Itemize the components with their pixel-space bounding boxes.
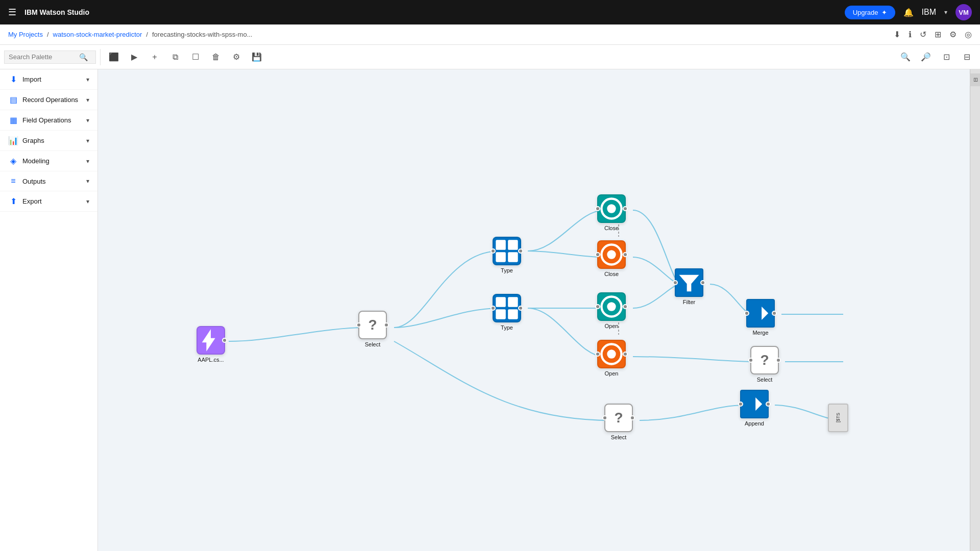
search-input[interactable] (9, 53, 75, 61)
zoom-out-button[interactable]: 🔎 (917, 48, 935, 66)
sidebar-item-modeling[interactable]: ◈ Modeling ▾ (0, 151, 97, 171)
ibm-label: IBM (922, 8, 936, 17)
search-palette[interactable]: 🔍 (4, 51, 96, 64)
node-aapl-label: AAPL.cs... (198, 357, 224, 363)
view-icon[interactable]: ⊞ (935, 30, 941, 39)
stop-button[interactable]: ⬛ (105, 48, 123, 66)
outputs-chevron: ▾ (86, 178, 89, 185)
node-select1-label: Select (365, 341, 381, 347)
node-type2[interactable]: Type (493, 294, 521, 331)
toolbar: 🔍 ⬛ ▶ + ⧉ ☐ 🗑 ⚙ 💾 🔍 🔎 ⊡ ⊟ (0, 45, 980, 69)
download-icon[interactable]: ⬇ (894, 30, 900, 39)
import-label: Import (22, 76, 82, 83)
field-ops-icon: ▦ (8, 115, 18, 125)
modeling-chevron: ▾ (86, 158, 89, 165)
fit-button[interactable]: ⊡ (937, 48, 955, 66)
node-open2-label: Open (605, 370, 619, 377)
graphs-icon: 📊 (8, 136, 18, 145)
delete-button[interactable]: 🗑 (207, 48, 225, 66)
node-open2[interactable]: Open (597, 340, 626, 377)
save-button[interactable]: 💾 (248, 48, 266, 66)
svg-point-16 (607, 302, 616, 311)
zoom-in-button[interactable]: 🔍 (896, 48, 915, 66)
menu-icon[interactable]: ☰ (8, 7, 16, 18)
modeling-label: Modeling (22, 157, 82, 165)
breadcrumb-current: forecasting-stocks-with-spss-mo... (152, 31, 253, 38)
right-panel-label[interactable]: ⊟ (970, 73, 980, 86)
sidebar: ⬇ Import ▾ ▤ Record Operations ▾ ▦ Field… (0, 69, 98, 551)
svg-rect-10 (508, 309, 518, 319)
svg-rect-9 (496, 309, 506, 319)
right-panel: ⊟ (970, 69, 980, 551)
svg-rect-5 (496, 252, 506, 262)
node-close1[interactable]: Close (597, 194, 626, 231)
breadcrumb: My Projects / watson-stock-market-predic… (0, 24, 980, 45)
node-close2-label: Close (604, 271, 619, 277)
outputs-label: Outputs (22, 178, 82, 185)
record-ops-icon: ▤ (8, 95, 18, 105)
user-avatar[interactable]: VM (955, 4, 972, 20)
search-icon[interactable]: 🔍 (79, 53, 88, 61)
node-select2[interactable]: ? Select (750, 346, 779, 383)
globe-icon[interactable]: ◎ (965, 30, 972, 39)
ibm-dropdown[interactable]: ▾ (944, 9, 947, 16)
cut-button[interactable]: ☐ (186, 48, 205, 66)
breadcrumb-projects[interactable]: My Projects (8, 31, 43, 38)
svg-marker-19 (679, 275, 699, 292)
notification-icon[interactable]: 🔔 (903, 8, 914, 17)
node-close1-label: Close (604, 225, 619, 231)
sidebar-item-graphs[interactable]: 📊 Graphs ▾ (0, 131, 97, 151)
node-aapl[interactable]: AAPL.cs... (197, 326, 225, 363)
node-select2-label: Select (757, 377, 773, 383)
node-open1[interactable]: Open (597, 292, 626, 329)
export-icon: ⬆ (8, 196, 18, 206)
node-close2[interactable]: Close (597, 240, 626, 277)
node-select3-label: Select (611, 434, 627, 440)
node-sts[interactable]: [$TS (828, 404, 848, 432)
breadcrumb-actions: ⬇ ℹ ↺ ⊞ ⚙ ◎ (894, 30, 972, 39)
upgrade-button[interactable]: Upgrade ✦ (845, 6, 895, 19)
navbar-icons: 🔔 IBM ▾ VM (903, 4, 972, 20)
info-icon[interactable]: ℹ (909, 30, 912, 39)
node-open1-label: Open (605, 323, 619, 329)
brand-text: IBM Watson Studio (24, 8, 89, 16)
node-filter[interactable]: Filter (675, 268, 703, 305)
svg-rect-3 (496, 240, 506, 250)
node-type1-label: Type (501, 267, 513, 273)
sidebar-item-record-operations[interactable]: ▤ Record Operations ▾ (0, 90, 97, 110)
share-icon[interactable]: ↺ (920, 30, 926, 39)
toolbar-right: 🔍 🔎 ⊡ ⊟ (896, 48, 976, 66)
svg-point-12 (607, 204, 616, 213)
sidebar-item-outputs[interactable]: ≡ Outputs ▾ (0, 171, 97, 191)
node-append-label: Append (745, 420, 764, 427)
add-button[interactable]: + (145, 48, 164, 66)
node-select3[interactable]: ? Select (604, 404, 633, 440)
record-ops-chevron: ▾ (86, 96, 89, 104)
svg-rect-4 (508, 240, 518, 250)
settings-button[interactable]: ⚙ (227, 48, 246, 66)
copy-button[interactable]: ⧉ (166, 48, 184, 66)
brand: IBM Watson Studio (24, 8, 89, 16)
node-merge[interactable]: Merge (746, 299, 775, 336)
import-chevron: ▾ (86, 76, 89, 83)
field-ops-chevron: ▾ (86, 117, 89, 124)
import-icon: ⬇ (8, 74, 18, 84)
graphs-chevron: ▾ (86, 137, 89, 144)
svg-point-18 (607, 349, 616, 358)
settings-icon[interactable]: ⚙ (949, 30, 957, 39)
sidebar-item-import[interactable]: ⬇ Import ▾ (0, 69, 97, 90)
minimap-button[interactable]: ⊟ (958, 48, 976, 66)
canvas[interactable]: AAPL.cs... ? Select Type (98, 69, 970, 551)
svg-point-14 (607, 250, 616, 259)
navbar: ☰ IBM Watson Studio Upgrade ✦ 🔔 IBM ▾ VM (0, 0, 980, 24)
svg-rect-6 (508, 252, 518, 262)
node-merge-label: Merge (752, 330, 768, 336)
node-select1[interactable]: ? Select (358, 311, 387, 347)
node-append[interactable]: Append (740, 390, 769, 427)
sidebar-item-export[interactable]: ⬆ Export ▾ (0, 191, 97, 212)
node-type1[interactable]: Type (493, 237, 521, 273)
sidebar-item-field-operations[interactable]: ▦ Field Operations ▾ (0, 110, 97, 131)
main-layout: ⬇ Import ▾ ▤ Record Operations ▾ ▦ Field… (0, 69, 980, 551)
breadcrumb-project[interactable]: watson-stock-market-predictor (53, 31, 142, 38)
run-button[interactable]: ▶ (125, 48, 143, 66)
